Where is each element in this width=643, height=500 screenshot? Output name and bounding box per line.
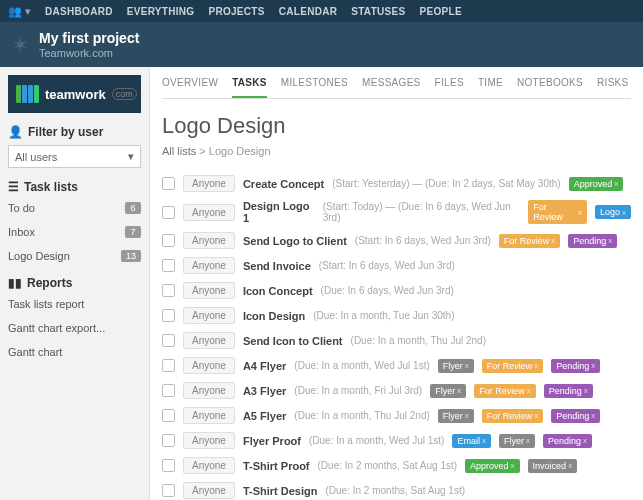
assignee-dropdown[interactable]: Anyone [183,457,235,474]
nav-people[interactable]: PEOPLE [420,6,462,17]
task-checkbox[interactable] [162,484,175,497]
report-item[interactable]: Gantt chart [8,344,141,360]
tag-flyer[interactable]: Flyer x [438,409,474,423]
nav-calendar[interactable]: CALENDAR [279,6,338,17]
task-name[interactable]: Send Icon to Client [243,335,343,347]
filter-section: 👤 Filter by user All users ▾ [8,125,141,168]
assignee-dropdown[interactable]: Anyone [183,407,235,424]
assignee-dropdown[interactable]: Anyone [183,332,235,349]
nav-projects[interactable]: PROJECTS [208,6,264,17]
tab-files[interactable]: FILES [435,77,464,98]
assignee-dropdown[interactable]: Anyone [183,432,235,449]
assignee-dropdown[interactable]: Anyone [183,307,235,324]
tab-tasks[interactable]: TASKS [232,77,267,98]
tag-review[interactable]: For Review x [482,359,544,373]
tag-flyer[interactable]: Flyer x [438,359,474,373]
nav-dashboard[interactable]: DASHBOARD [45,6,113,17]
task-meta: (Due: In 6 days, Wed Jun 3rd) [321,285,454,296]
report-item[interactable]: Task lists report [8,296,141,312]
tag-pending[interactable]: Pending x [544,384,593,398]
tag-review[interactable]: For Review x [474,384,536,398]
tasklist-item[interactable]: Logo Design13 [8,248,141,264]
task-name[interactable]: A4 Flyer [243,360,286,372]
task-name[interactable]: A5 Flyer [243,410,286,422]
assignee-dropdown[interactable]: Anyone [183,257,235,274]
tag-logo[interactable]: Logo x [595,205,631,219]
task-name[interactable]: Icon Design [243,310,305,322]
task-checkbox[interactable] [162,177,175,190]
task-name[interactable]: T-Shirt Proof [243,460,310,472]
tab-time[interactable]: TIME [478,77,503,98]
task-checkbox[interactable] [162,234,175,247]
task-name[interactable]: Send Logo to Client [243,235,347,247]
assignee-dropdown[interactable]: Anyone [183,232,235,249]
breadcrumb-parent[interactable]: All lists [162,145,196,157]
task-meta: (Due: In a month, Tue Jun 30th) [313,310,454,321]
list-icon: ☰ [8,180,19,194]
filter-select[interactable]: All users ▾ [8,145,141,168]
tag-invoiced[interactable]: Invoiced x [528,459,578,473]
tasklists-section: ☰ Task lists To do6Inbox7Logo Design13 [8,180,141,264]
tasklist-item[interactable]: Inbox7 [8,224,141,240]
task-checkbox[interactable] [162,384,175,397]
assignee-dropdown[interactable]: Anyone [183,282,235,299]
task-checkbox[interactable] [162,459,175,472]
project-title: My first project [39,30,139,46]
tag-review[interactable]: For Review x [528,200,587,224]
task-checkbox[interactable] [162,284,175,297]
task-name[interactable]: A3 Flyer [243,385,286,397]
tag-pending[interactable]: Pending x [551,359,600,373]
assignee-dropdown[interactable]: Anyone [183,204,235,221]
task-checkbox[interactable] [162,206,175,219]
tag-approved[interactable]: Approved x [465,459,520,473]
assignee-dropdown[interactable]: Anyone [183,382,235,399]
people-icon[interactable]: 👥 ▾ [8,5,31,18]
task-meta: (Start: Today) — (Due: In 6 days, Wed Ju… [323,201,521,223]
tag-flyer[interactable]: Flyer x [430,384,466,398]
tasklist-item[interactable]: To do6 [8,200,141,216]
task-checkbox[interactable] [162,334,175,347]
task-checkbox[interactable] [162,359,175,372]
tabs: OVERVIEWTASKSMILESTONESMESSAGESFILESTIME… [162,67,631,99]
tag-review[interactable]: For Review x [499,234,561,248]
tab-messages[interactable]: MESSAGES [362,77,421,98]
tag-pending[interactable]: Pending x [568,234,617,248]
task-row: AnyoneA3 Flyer (Due: In a month, Fri Jul… [162,378,631,403]
report-item[interactable]: Gantt chart export... [8,320,141,336]
project-icon: ✶ [12,33,29,57]
assignee-dropdown[interactable]: Anyone [183,175,235,192]
tag-review[interactable]: For Review x [482,409,544,423]
nav-everything[interactable]: EVERYTHING [127,6,195,17]
tab-milestones[interactable]: MILESTONES [281,77,348,98]
task-name[interactable]: T-Shirt Design [243,485,318,497]
teamwork-logo: teamwork com [8,75,141,113]
tag-pending[interactable]: Pending x [543,434,592,448]
reports-section: ▮▮ Reports Task lists reportGantt chart … [8,276,141,360]
tab-overview[interactable]: OVERVIEW [162,77,218,98]
tag-flyer[interactable]: Flyer x [499,434,535,448]
task-row: AnyoneCreate Concept (Start: Yesterday) … [162,171,631,196]
task-checkbox[interactable] [162,434,175,447]
task-name[interactable]: Design Logo 1 [243,200,315,224]
tag-approved[interactable]: Approved x [569,177,624,191]
task-name[interactable]: Send Invoice [243,260,311,272]
task-checkbox[interactable] [162,259,175,272]
tag-email[interactable]: Email x [452,434,491,448]
assignee-dropdown[interactable]: Anyone [183,482,235,499]
task-checkbox[interactable] [162,409,175,422]
task-name[interactable]: Flyer Proof [243,435,301,447]
task-row: AnyoneSend Invoice (Start: In 6 days, We… [162,253,631,278]
task-row: AnyoneT-Shirt Design (Due: In 2 months, … [162,478,631,500]
task-name[interactable]: Icon Concept [243,285,313,297]
task-row: AnyoneSend Icon to Client (Due: In a mon… [162,328,631,353]
task-meta: (Due: In 2 months, Sat Aug 1st) [325,485,465,496]
task-name[interactable]: Create Concept [243,178,324,190]
tag-pending[interactable]: Pending x [551,409,600,423]
nav-statuses[interactable]: STATUSES [351,6,405,17]
assignee-dropdown[interactable]: Anyone [183,357,235,374]
task-checkbox[interactable] [162,309,175,322]
tab-risks[interactable]: RISKS [597,77,629,98]
main-content: OVERVIEWTASKSMILESTONESMESSAGESFILESTIME… [150,67,643,500]
breadcrumb-current: Logo Design [209,145,271,157]
tab-notebooks[interactable]: NOTEBOOKS [517,77,583,98]
